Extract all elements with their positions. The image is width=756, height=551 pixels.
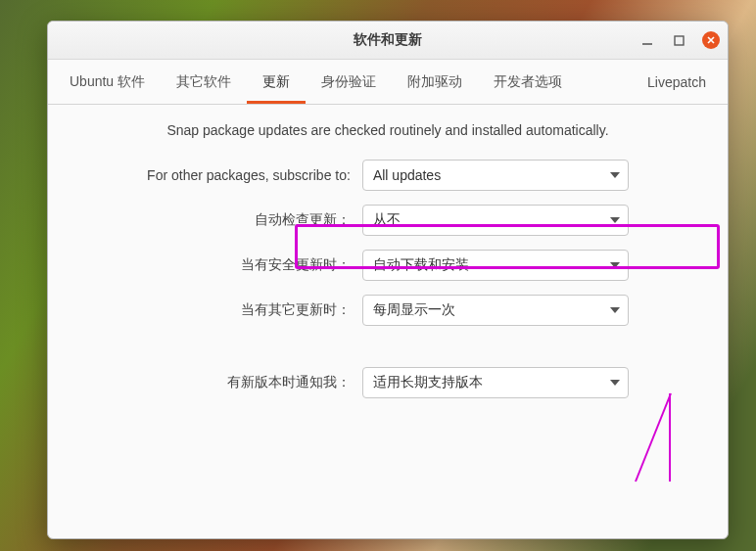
snap-note: Snap package updates are checked routine… (71, 122, 704, 138)
label-security-updates: 当有安全更新时： (147, 256, 351, 274)
label-other-updates: 当有其它更新时： (147, 301, 351, 319)
combo-value: 每周显示一次 (373, 301, 455, 319)
tab-authentication[interactable]: 身份验证 (306, 60, 392, 104)
minimize-button[interactable] (639, 32, 655, 48)
tab-bar: Ubuntu 软件 其它软件 更新 身份验证 附加驱动 开发者选项 Livepa… (48, 60, 728, 105)
tab-developer-options[interactable]: 开发者选项 (478, 60, 578, 104)
combo-security-updates[interactable]: 自动下载和安装 (362, 250, 629, 281)
tab-updates[interactable]: 更新 (247, 60, 306, 104)
tab-livepatch[interactable]: Livepatch (632, 60, 722, 104)
tab-label: 更新 (262, 73, 290, 91)
tab-label: 开发者选项 (494, 73, 562, 91)
chevron-down-icon (610, 307, 620, 313)
tab-ubuntu-software[interactable]: Ubuntu 软件 (54, 60, 161, 104)
maximize-button[interactable] (671, 32, 686, 48)
combo-value: 自动下载和安装 (373, 256, 469, 274)
combo-auto-check[interactable]: 从不 (362, 205, 629, 236)
chevron-down-icon (610, 380, 620, 386)
updates-content: Snap package updates are checked routine… (48, 105, 728, 538)
label-subscribe: For other packages, subscribe to: (147, 167, 351, 183)
tab-label: 其它软件 (176, 73, 231, 91)
chevron-down-icon (610, 172, 620, 178)
combo-notify-new-release[interactable]: 适用长期支持版本 (362, 367, 629, 398)
settings-grid: For other packages, subscribe to: All up… (147, 160, 629, 398)
combo-value: 从不 (373, 211, 401, 229)
label-auto-check: 自动检查更新： (147, 211, 351, 229)
tab-label: 身份验证 (321, 73, 376, 91)
tab-other-software[interactable]: 其它软件 (161, 60, 247, 104)
tab-additional-drivers[interactable]: 附加驱动 (392, 60, 478, 104)
software-and-updates-window: 软件和更新 Ubuntu 软件 其它软件 更新 身份验证 附加驱动 开发者选项 … (47, 21, 729, 539)
tab-label: Livepatch (647, 74, 706, 90)
tab-label: 附加驱动 (407, 73, 462, 91)
tab-label: Ubuntu 软件 (70, 73, 145, 91)
combo-value: 适用长期支持版本 (373, 374, 483, 391)
close-button[interactable] (702, 31, 720, 49)
window-title: 软件和更新 (354, 31, 422, 49)
titlebar: 软件和更新 (48, 22, 728, 60)
label-notify-new-release: 有新版本时通知我： (147, 374, 351, 391)
combo-subscribe[interactable]: All updates (362, 160, 629, 191)
svg-rect-1 (675, 36, 684, 45)
combo-value: All updates (373, 167, 441, 183)
combo-other-updates[interactable]: 每周显示一次 (362, 295, 629, 326)
spacer (147, 340, 629, 353)
chevron-down-icon (610, 262, 620, 268)
chevron-down-icon (610, 217, 620, 223)
window-controls (639, 22, 720, 59)
